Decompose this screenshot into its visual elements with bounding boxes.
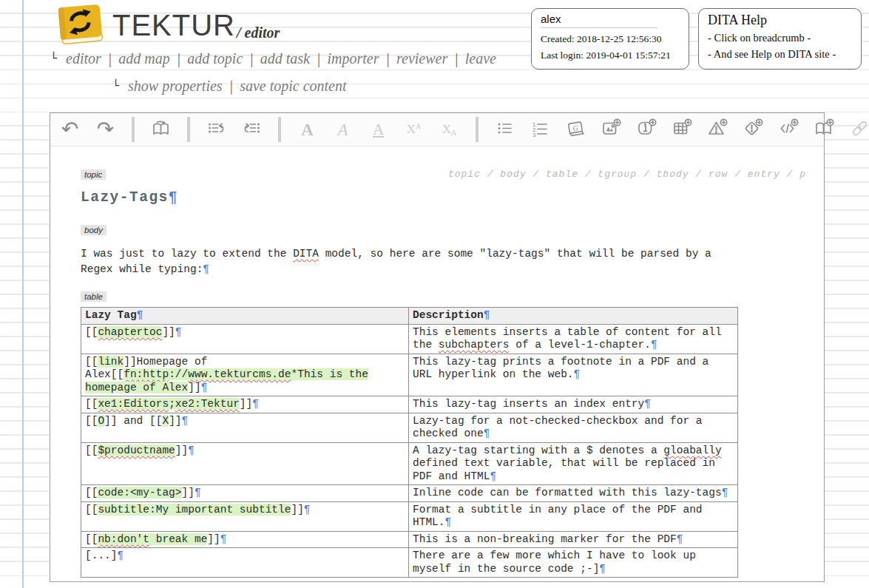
lazy-tag-text: code:<my-tag>: [98, 487, 181, 499]
body-element-tag: body: [81, 225, 106, 235]
text-segment: [...]: [85, 550, 118, 561]
nav-separator: |: [229, 78, 234, 94]
nav-reviewer[interactable]: reviewer: [396, 50, 447, 67]
nav-show-properties[interactable]: show properties: [128, 78, 223, 94]
nav-editor[interactable]: editor: [66, 50, 101, 67]
add-code-button[interactable]: [778, 118, 799, 141]
description-cell[interactable]: Format a subtitle in any place of the PD…: [409, 501, 738, 531]
nav-add-task[interactable]: add task: [260, 50, 310, 67]
nav-leave[interactable]: leave: [465, 50, 496, 67]
table-row: [[subtitle:My important subtitle]]¶Forma…: [81, 501, 738, 531]
subscript-icon: XA: [442, 123, 457, 137]
toolbar-separator: [278, 117, 281, 142]
app-subtitle: / editor: [237, 24, 280, 41]
text-segment: This lazy-tag prints a footnote in a PDF…: [413, 356, 709, 381]
topic-menu: └show properties|save topic content: [112, 78, 348, 95]
numbered-list-button[interactable]: 123: [530, 118, 551, 141]
subscript-button: XA: [439, 118, 460, 141]
nav-separator: |: [454, 50, 459, 67]
nav-importer[interactable]: importer: [327, 50, 379, 67]
add-info-icon: [637, 118, 657, 141]
glossary-icon: G: [566, 118, 586, 141]
add-book-button[interactable]: [814, 118, 835, 141]
editor-content[interactable]: topic topic / body / table / tgroup / tb…: [50, 146, 824, 588]
pilcrow-mark: ¶: [169, 189, 178, 206]
text-segment: defined text variable, that will be repl…: [413, 457, 715, 482]
glossary-button[interactable]: G: [565, 118, 586, 141]
lazy-tag-cell[interactable]: [[link]]Homepage of Alex[[fn:http://www.…: [81, 354, 409, 396]
underline-icon: A: [373, 122, 384, 138]
description-cell[interactable]: A lazy-tag starting with a $ denotes a g…: [409, 442, 738, 485]
nav-add-map[interactable]: add map: [118, 50, 169, 67]
add-code-icon: [779, 118, 799, 141]
lazy-tag-text: xe2:Tektur: [175, 398, 240, 410]
pilcrow-mark: ¶: [484, 309, 490, 321]
lazy-tag-text: link: [98, 356, 124, 368]
description-cell[interactable]: Inline code can be formatted with this l…: [409, 485, 738, 502]
list-demote-button[interactable]: [206, 118, 227, 141]
lazy-tag-cell[interactable]: [...]¶: [81, 548, 409, 578]
text-segment: ]]: [162, 326, 175, 338]
text-segment: Format a subtitle in any place of the PD…: [413, 504, 703, 529]
add-image-button[interactable]: [601, 118, 622, 141]
text-segment: ]]: [175, 445, 188, 456]
redo-button[interactable]: ↷: [95, 118, 116, 141]
lazy-tag-text: O: [98, 415, 104, 427]
book-save-icon: [151, 118, 171, 141]
lazy-tag-cell[interactable]: [[xe1:Editors;xe2:Tektur]]¶: [81, 396, 409, 413]
table-header-row: Lazy Tag¶ Description¶: [81, 308, 738, 325]
intro-paragraph[interactable]: I was just to lazy to extend the DITA mo…: [81, 246, 735, 277]
text-segment: [[: [85, 504, 98, 516]
pilcrow-mark: ¶: [722, 487, 728, 499]
dita-help-box: DITA Help - Click on breadcrumb - - And …: [698, 8, 862, 70]
list-promote-button[interactable]: [241, 118, 263, 141]
book-save-button[interactable]: [150, 118, 172, 141]
lazy-tag-cell[interactable]: [[O]] and [[X]]¶: [81, 413, 409, 442]
bullet-list-icon: [495, 118, 515, 141]
description-cell[interactable]: This lazy-tag inserts an index entry¶: [409, 396, 738, 413]
topic-title[interactable]: Lazy-Tags¶: [81, 189, 812, 206]
lazy-tag-cell[interactable]: [[chaptertoc]]¶: [81, 324, 409, 354]
italic-button: A: [332, 118, 354, 141]
pilcrow-mark: ¶: [490, 470, 496, 482]
text-segment: [[: [85, 415, 98, 427]
lazy-tag-cell[interactable]: [[subtitle:My important subtitle]]¶: [81, 501, 409, 531]
add-table-icon: [672, 118, 692, 141]
text-segment: ]]: [188, 382, 200, 393]
lazy-tag-column-header[interactable]: Lazy Tag¶: [81, 308, 409, 325]
list-promote-icon: [242, 118, 262, 141]
add-warning-button[interactable]: [707, 118, 728, 141]
italic-icon: A: [337, 121, 348, 138]
redo-icon: ↷: [97, 119, 114, 140]
undo-button[interactable]: ↶: [59, 118, 81, 141]
add-table-button[interactable]: [672, 118, 693, 141]
add-info-button[interactable]: [636, 118, 657, 141]
lazy-tag-cell[interactable]: [[code:<my-tag>]]¶: [81, 485, 409, 502]
add-hazard-button[interactable]: [743, 118, 764, 141]
lazy-tag-text: ;: [169, 398, 175, 410]
description-cell[interactable]: This lazy-tag prints a footnote in a PDF…: [409, 354, 738, 396]
nav-add-topic[interactable]: add topic: [187, 50, 243, 67]
bullet-list-button[interactable]: [494, 118, 515, 141]
description-cell[interactable]: This is a non-breaking marker for the PD…: [409, 531, 738, 548]
bold-icon: A: [301, 121, 314, 138]
add-book-icon: [814, 118, 834, 141]
help-line-2: - And see Help on DITA site -: [708, 47, 852, 63]
description-cell[interactable]: There are a few more which I have to loo…: [409, 548, 738, 578]
text-segment: [[: [85, 533, 98, 545]
nav-save-topic-content[interactable]: save topic content: [240, 78, 346, 94]
nav-separator: |: [249, 50, 254, 67]
list-demote-icon: [206, 118, 226, 141]
nav-separator: |: [177, 50, 181, 67]
breadcrumb[interactable]: topic / body / table / tgroup / tbody / …: [448, 169, 806, 180]
description-cell[interactable]: This elements inserts a table of content…: [409, 324, 738, 354]
pilcrow-mark: ¶: [644, 398, 651, 410]
pilcrow-mark: ¶: [599, 563, 606, 575]
lazy-tag-cell[interactable]: [[nb:don't break me]]¶: [81, 531, 409, 548]
bold-button: A: [297, 118, 318, 141]
lazy-tag-cell[interactable]: [[$productname]]¶: [81, 442, 409, 485]
lazy-tags-table: Lazy Tag¶ Description¶ [[chaptertoc]]¶Th…: [81, 307, 738, 578]
description-column-header[interactable]: Description¶: [409, 308, 738, 325]
pilcrow-mark: ¶: [195, 487, 201, 499]
description-cell[interactable]: Lazy-tag for a not-checked-checkbox and …: [409, 413, 738, 442]
